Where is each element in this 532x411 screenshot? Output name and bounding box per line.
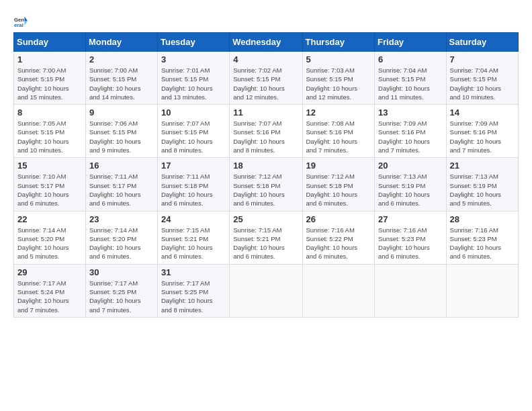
day-cell: 16Sunrise: 7:11 AM Sunset: 5:17 PM Dayli… bbox=[85, 158, 157, 211]
day-number: 22 bbox=[17, 214, 82, 224]
day-cell: 20Sunrise: 7:13 AM Sunset: 5:19 PM Dayli… bbox=[375, 158, 446, 211]
week-row-4: 22Sunrise: 7:14 AM Sunset: 5:20 PM Dayli… bbox=[14, 211, 519, 264]
day-info: Sunrise: 7:04 AM Sunset: 5:15 PM Dayligh… bbox=[450, 66, 515, 101]
day-header-monday: Monday bbox=[85, 33, 157, 52]
day-cell: 22Sunrise: 7:14 AM Sunset: 5:20 PM Dayli… bbox=[14, 211, 86, 264]
day-cell: 18Sunrise: 7:12 AM Sunset: 5:18 PM Dayli… bbox=[230, 158, 302, 211]
day-info: Sunrise: 7:07 AM Sunset: 5:16 PM Dayligh… bbox=[233, 119, 298, 154]
svg-text:eral: eral bbox=[14, 22, 24, 28]
day-info: Sunrise: 7:16 AM Sunset: 5:23 PM Dayligh… bbox=[378, 226, 442, 261]
day-cell: 15Sunrise: 7:10 AM Sunset: 5:17 PM Dayli… bbox=[14, 158, 86, 211]
logo-icon: Gen eral bbox=[13, 13, 28, 28]
day-info: Sunrise: 7:15 AM Sunset: 5:21 PM Dayligh… bbox=[161, 226, 226, 261]
day-cell: 8Sunrise: 7:05 AM Sunset: 5:15 PM Daylig… bbox=[14, 105, 86, 158]
day-cell bbox=[230, 264, 302, 317]
day-cell: 23Sunrise: 7:14 AM Sunset: 5:20 PM Dayli… bbox=[85, 211, 157, 264]
day-number: 3 bbox=[161, 54, 226, 64]
day-info: Sunrise: 7:11 AM Sunset: 5:18 PM Dayligh… bbox=[161, 172, 226, 208]
day-number: 19 bbox=[306, 161, 371, 171]
day-number: 13 bbox=[378, 107, 442, 118]
day-cell: 7Sunrise: 7:04 AM Sunset: 5:15 PM Daylig… bbox=[446, 52, 518, 105]
day-info: Sunrise: 7:08 AM Sunset: 5:16 PM Dayligh… bbox=[306, 119, 371, 154]
day-number: 17 bbox=[161, 161, 226, 171]
day-number: 25 bbox=[233, 214, 298, 224]
day-info: Sunrise: 7:00 AM Sunset: 5:15 PM Dayligh… bbox=[89, 66, 154, 101]
day-number: 1 bbox=[17, 54, 82, 64]
day-info: Sunrise: 7:04 AM Sunset: 5:15 PM Dayligh… bbox=[378, 66, 442, 101]
day-number: 10 bbox=[161, 107, 226, 118]
day-number: 31 bbox=[161, 267, 226, 277]
day-number: 16 bbox=[89, 161, 154, 171]
day-cell: 24Sunrise: 7:15 AM Sunset: 5:21 PM Dayli… bbox=[157, 211, 229, 264]
day-cell: 6Sunrise: 7:04 AM Sunset: 5:15 PM Daylig… bbox=[375, 52, 446, 105]
day-number: 6 bbox=[378, 54, 442, 64]
day-number: 7 bbox=[450, 54, 515, 64]
day-cell: 31Sunrise: 7:17 AM Sunset: 5:25 PM Dayli… bbox=[157, 264, 229, 317]
day-cell bbox=[446, 264, 518, 317]
day-info: Sunrise: 7:13 AM Sunset: 5:19 PM Dayligh… bbox=[450, 172, 515, 208]
day-info: Sunrise: 7:03 AM Sunset: 5:15 PM Dayligh… bbox=[306, 66, 371, 101]
logo: Gen eral bbox=[13, 13, 31, 28]
day-number: 14 bbox=[450, 107, 515, 118]
day-number: 18 bbox=[233, 161, 298, 171]
day-number: 24 bbox=[161, 214, 226, 224]
day-number: 30 bbox=[89, 267, 154, 277]
day-info: Sunrise: 7:07 AM Sunset: 5:15 PM Dayligh… bbox=[161, 119, 226, 154]
svg-marker-2 bbox=[25, 16, 28, 21]
day-number: 2 bbox=[89, 54, 154, 64]
day-info: Sunrise: 7:17 AM Sunset: 5:25 PM Dayligh… bbox=[161, 279, 226, 314]
day-cell: 27Sunrise: 7:16 AM Sunset: 5:23 PM Dayli… bbox=[375, 211, 446, 264]
day-cell bbox=[375, 264, 446, 317]
day-info: Sunrise: 7:13 AM Sunset: 5:19 PM Dayligh… bbox=[378, 172, 442, 208]
day-cell: 14Sunrise: 7:09 AM Sunset: 5:16 PM Dayli… bbox=[446, 105, 518, 158]
day-info: Sunrise: 7:10 AM Sunset: 5:17 PM Dayligh… bbox=[17, 172, 82, 208]
day-cell: 12Sunrise: 7:08 AM Sunset: 5:16 PM Dayli… bbox=[302, 105, 375, 158]
day-header-sunday: Sunday bbox=[14, 33, 86, 52]
week-row-2: 8Sunrise: 7:05 AM Sunset: 5:15 PM Daylig… bbox=[14, 105, 519, 158]
day-cell: 3Sunrise: 7:01 AM Sunset: 5:15 PM Daylig… bbox=[157, 52, 229, 105]
day-cell bbox=[302, 264, 375, 317]
day-header-wednesday: Wednesday bbox=[230, 33, 302, 52]
day-info: Sunrise: 7:05 AM Sunset: 5:15 PM Dayligh… bbox=[17, 119, 82, 154]
day-number: 20 bbox=[378, 161, 442, 171]
day-header-tuesday: Tuesday bbox=[157, 33, 229, 52]
day-cell: 9Sunrise: 7:06 AM Sunset: 5:15 PM Daylig… bbox=[85, 105, 157, 158]
day-cell: 2Sunrise: 7:00 AM Sunset: 5:15 PM Daylig… bbox=[85, 52, 157, 105]
day-info: Sunrise: 7:12 AM Sunset: 5:18 PM Dayligh… bbox=[233, 172, 298, 208]
day-header-friday: Friday bbox=[375, 33, 446, 52]
day-number: 5 bbox=[306, 54, 371, 64]
day-number: 23 bbox=[89, 214, 154, 224]
day-cell: 19Sunrise: 7:12 AM Sunset: 5:18 PM Dayli… bbox=[302, 158, 375, 211]
day-info: Sunrise: 7:16 AM Sunset: 5:22 PM Dayligh… bbox=[306, 226, 371, 261]
day-cell: 21Sunrise: 7:13 AM Sunset: 5:19 PM Dayli… bbox=[446, 158, 518, 211]
day-number: 28 bbox=[450, 214, 515, 224]
day-info: Sunrise: 7:14 AM Sunset: 5:20 PM Dayligh… bbox=[17, 226, 82, 261]
day-cell: 26Sunrise: 7:16 AM Sunset: 5:22 PM Dayli… bbox=[302, 211, 375, 264]
day-cell: 25Sunrise: 7:15 AM Sunset: 5:21 PM Dayli… bbox=[230, 211, 302, 264]
week-row-1: 1Sunrise: 7:00 AM Sunset: 5:15 PM Daylig… bbox=[14, 52, 519, 105]
day-cell: 28Sunrise: 7:16 AM Sunset: 5:23 PM Dayli… bbox=[446, 211, 518, 264]
day-header-saturday: Saturday bbox=[446, 33, 518, 52]
day-info: Sunrise: 7:09 AM Sunset: 5:16 PM Dayligh… bbox=[450, 119, 515, 154]
day-info: Sunrise: 7:01 AM Sunset: 5:15 PM Dayligh… bbox=[161, 66, 226, 101]
day-info: Sunrise: 7:14 AM Sunset: 5:20 PM Dayligh… bbox=[89, 226, 154, 261]
week-row-3: 15Sunrise: 7:10 AM Sunset: 5:17 PM Dayli… bbox=[14, 158, 519, 211]
day-info: Sunrise: 7:15 AM Sunset: 5:21 PM Dayligh… bbox=[233, 226, 298, 261]
day-info: Sunrise: 7:00 AM Sunset: 5:15 PM Dayligh… bbox=[17, 66, 82, 101]
day-info: Sunrise: 7:02 AM Sunset: 5:15 PM Dayligh… bbox=[233, 66, 298, 101]
day-number: 4 bbox=[233, 54, 298, 64]
day-cell: 4Sunrise: 7:02 AM Sunset: 5:15 PM Daylig… bbox=[230, 52, 302, 105]
day-number: 15 bbox=[17, 161, 82, 171]
day-info: Sunrise: 7:06 AM Sunset: 5:15 PM Dayligh… bbox=[89, 119, 154, 154]
day-number: 9 bbox=[89, 107, 154, 118]
day-cell: 17Sunrise: 7:11 AM Sunset: 5:18 PM Dayli… bbox=[157, 158, 229, 211]
day-info: Sunrise: 7:11 AM Sunset: 5:17 PM Dayligh… bbox=[89, 172, 154, 208]
day-number: 11 bbox=[233, 107, 298, 118]
svg-marker-3 bbox=[25, 21, 28, 26]
day-number: 29 bbox=[17, 267, 82, 277]
day-info: Sunrise: 7:17 AM Sunset: 5:24 PM Dayligh… bbox=[17, 279, 82, 314]
day-info: Sunrise: 7:12 AM Sunset: 5:18 PM Dayligh… bbox=[306, 172, 371, 208]
day-number: 8 bbox=[17, 107, 82, 118]
calendar-header-row: SundayMondayTuesdayWednesdayThursdayFrid… bbox=[14, 33, 519, 52]
day-cell: 29Sunrise: 7:17 AM Sunset: 5:24 PM Dayli… bbox=[14, 264, 86, 317]
